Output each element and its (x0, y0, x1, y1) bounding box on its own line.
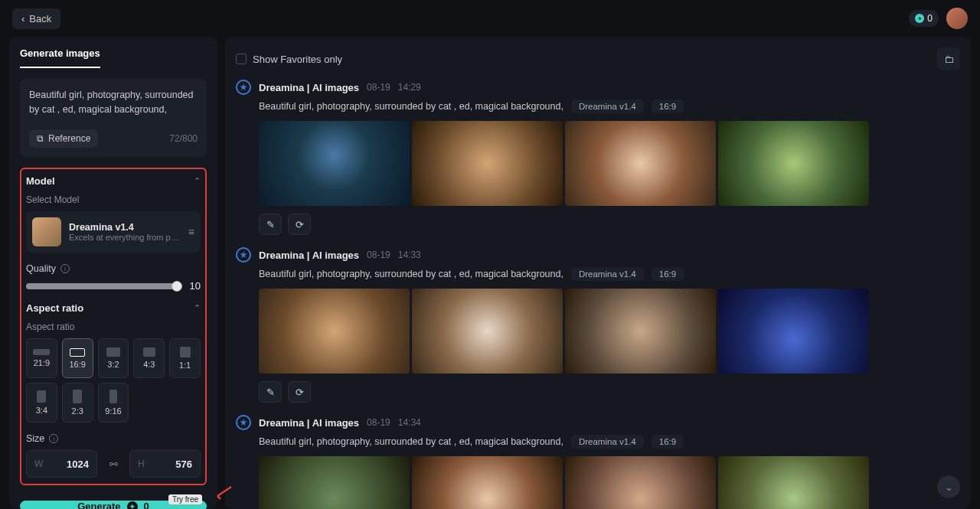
aspect-4-3[interactable]: 4:3 (133, 338, 165, 378)
model-name: Dreamina v1.4 (69, 222, 181, 233)
aspect-9-16[interactable]: 9:16 (98, 383, 129, 423)
quality-value: 10 (185, 280, 201, 292)
app-icon (236, 247, 251, 263)
sidebar: Generate images Beautiful girl, photogra… (9, 37, 217, 509)
generation-row: Dreamina | AI images 08-19 14:34 Beautif… (236, 415, 960, 509)
generated-image[interactable] (565, 121, 716, 206)
generated-image[interactable] (718, 289, 869, 374)
credit-badge[interactable]: ✦ 0 (909, 10, 939, 27)
back-label: Back (29, 13, 51, 24)
link-dimensions-button[interactable]: ⚯ (102, 450, 125, 478)
generated-image[interactable] (259, 121, 410, 206)
aspect-sub-label: Aspect ratio (26, 321, 201, 332)
edit-button[interactable]: ✎ (259, 381, 282, 403)
user-avatar[interactable] (946, 8, 968, 29)
generation-date: 08-19 (367, 82, 390, 93)
credit-icon: ✦ (915, 14, 924, 23)
model-tag[interactable]: Dreamina v1.4 (571, 100, 644, 113)
model-header-label: Model (26, 175, 55, 187)
prompt-box: Beautiful girl, photography, surrounded … (20, 79, 207, 157)
folder-button[interactable]: 🗀 (937, 47, 960, 70)
generate-button[interactable]: Generate ✦ 0 Try free (20, 501, 207, 509)
favorites-label: Show Favorites only (253, 54, 342, 65)
try-free-badge: Try free (168, 494, 202, 504)
quality-slider[interactable] (26, 283, 178, 289)
ratio-tag[interactable]: 16:9 (652, 435, 684, 449)
top-right: ✦ 0 (909, 8, 968, 29)
model-section-header[interactable]: Model ⌃ (26, 175, 201, 187)
height-input[interactable]: H 576 (129, 450, 201, 478)
regenerate-button[interactable]: ⟳ (288, 214, 311, 235)
generated-image[interactable] (565, 456, 716, 509)
generated-image[interactable] (718, 121, 869, 206)
top-bar: ‹ Back ✦ 0 (0, 0, 980, 37)
highlight-annotation: Model ⌃ Select Model Dreamina v1.4 Excel… (20, 168, 207, 485)
width-input[interactable]: W 1024 (26, 450, 97, 478)
chevron-left-icon: ‹ (21, 13, 24, 24)
aspect-1-1[interactable]: 1:1 (169, 338, 201, 378)
width-value: 1024 (67, 458, 89, 470)
edit-button[interactable]: ✎ (259, 214, 282, 235)
content-panel: Show Favorites only 🗀 Dreamina | AI imag… (225, 37, 971, 509)
height-value: 576 (175, 458, 192, 470)
generated-image[interactable] (259, 289, 410, 374)
scroll-down-button[interactable]: ⌄ (937, 475, 960, 498)
model-card[interactable]: Dreamina v1.4 Excels at everything from … (26, 211, 201, 253)
generation-title: Dreamina | AI images (259, 417, 359, 429)
generation-title: Dreamina | AI images (259, 250, 359, 261)
regenerate-button[interactable]: ⟳ (288, 381, 311, 403)
generated-image[interactable] (259, 456, 410, 509)
reference-label: Reference (48, 133, 90, 144)
credit-count: 0 (927, 13, 933, 24)
generated-image[interactable] (412, 456, 563, 509)
ratio-tag[interactable]: 16:9 (652, 267, 684, 281)
generation-prompt: Beautiful girl, photography, surrounded … (259, 101, 564, 112)
height-label: H (138, 458, 145, 469)
generated-image[interactable] (565, 289, 716, 374)
quality-label: Quality (26, 263, 56, 274)
generated-image[interactable] (718, 456, 869, 509)
select-model-label: Select Model (26, 194, 201, 205)
width-label: W (34, 458, 43, 469)
info-icon[interactable]: i (49, 434, 58, 443)
chevron-up-icon: ⌃ (194, 303, 201, 313)
sliders-icon[interactable]: ≡ (188, 226, 194, 238)
aspect-16-9[interactable]: 16:9 (62, 338, 93, 378)
info-icon[interactable]: i (60, 264, 70, 273)
image-icon: ⧉ (37, 133, 44, 144)
slider-thumb[interactable] (172, 281, 182, 292)
model-tag[interactable]: Dreamina v1.4 (571, 267, 644, 281)
aspect-3-2[interactable]: 3:2 (98, 338, 129, 378)
back-button[interactable]: ‹ Back (12, 8, 60, 29)
generation-time: 14:29 (398, 82, 421, 93)
generation-prompt: Beautiful girl, photography, surrounded … (259, 436, 564, 447)
generation-time: 14:33 (398, 250, 421, 260)
prompt-input[interactable]: Beautiful girl, photography, surrounded … (29, 88, 198, 122)
credit-icon: ✦ (127, 501, 138, 510)
generation-row: Dreamina | AI images 08-19 14:29 Beautif… (236, 80, 960, 235)
generate-label: Generate (77, 501, 120, 509)
generated-image[interactable] (412, 289, 563, 374)
generated-image[interactable] (412, 121, 563, 206)
aspect-3-4[interactable]: 3:4 (26, 383, 57, 423)
chevron-down-icon: ⌄ (945, 481, 953, 493)
tab-generate-images[interactable]: Generate images (20, 47, 100, 68)
refresh-icon: ⟳ (296, 219, 304, 230)
reference-button[interactable]: ⧉ Reference (29, 129, 98, 148)
aspect-section-header[interactable]: Aspect ratio ⌃ (26, 302, 201, 314)
model-tag[interactable]: Dreamina v1.4 (571, 435, 644, 449)
app-icon (236, 415, 251, 430)
checkbox-icon[interactable] (236, 54, 247, 64)
folder-icon: 🗀 (944, 54, 954, 65)
refresh-icon: ⟳ (296, 387, 304, 398)
favorites-toggle[interactable]: Show Favorites only (236, 54, 342, 65)
arrow-annotation (213, 485, 236, 501)
app-icon (236, 80, 251, 95)
char-count: 72/800 (169, 133, 198, 144)
size-label: Size (26, 433, 44, 444)
aspect-21-9[interactable]: 21:9 (26, 338, 57, 378)
generation-date: 08-19 (367, 250, 390, 260)
generation-title: Dreamina | AI images (259, 82, 359, 93)
ratio-tag[interactable]: 16:9 (652, 100, 684, 113)
aspect-2-3[interactable]: 2:3 (62, 383, 93, 423)
